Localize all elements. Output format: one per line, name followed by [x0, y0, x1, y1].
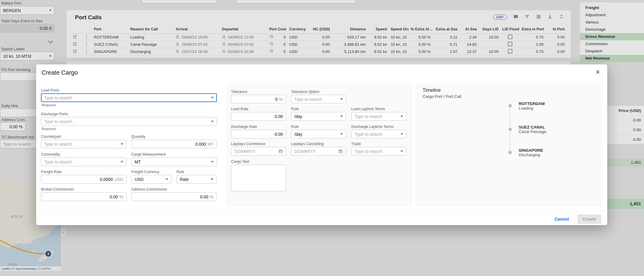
- load-rate-field: Load Rate 0.00: [231, 107, 286, 121]
- quantity-input[interactable]: 0.000 MT: [131, 140, 217, 148]
- load-rate-input[interactable]: 0.00: [231, 112, 286, 121]
- load-rate-label: Load Rate: [231, 107, 286, 111]
- timeline-entry: SINGAPORE Discharging: [519, 148, 543, 157]
- broker-commission-input[interactable]: 0.00 %: [41, 192, 127, 201]
- load-laytime-terms-field: Load Laytime Terms Type to search.: [351, 107, 406, 121]
- load-ports-field: Load Ports Type to search. Required: [41, 88, 217, 107]
- load-ports-label: Load Ports: [41, 88, 217, 92]
- trade-label: Trade: [351, 142, 406, 146]
- tolerance-option-select[interactable]: Type to search.: [291, 95, 346, 104]
- tolerance-input[interactable]: 0 %: [231, 95, 286, 104]
- broker-commission-field: Broker Commission 0.00 %: [41, 187, 127, 201]
- calendar-icon[interactable]: [278, 149, 283, 154]
- required-helper: Required: [41, 127, 217, 131]
- load-laytime-terms-label: Load Laytime Terms: [351, 107, 406, 111]
- commodity-field: Commodity Type to search.: [41, 152, 127, 166]
- discharge-ports-input[interactable]: Type to search.: [41, 117, 217, 126]
- timeline-entry: SUEZ CANAL Canal Passage: [519, 125, 546, 134]
- discharge-laytime-terms-field: Discharge Laytime Terms Type to search.: [351, 125, 406, 138]
- dropdown-arrow-icon: [121, 143, 123, 145]
- freight-rule-select[interactable]: Rate: [177, 175, 217, 184]
- commodity-label: Commodity: [41, 152, 127, 157]
- dropdown-arrow-icon: [166, 178, 168, 180]
- laydays-cancelling-field: Laydays Cancelling DD/MM/YY: [291, 142, 346, 156]
- load-rule-label: Rule: [291, 107, 346, 111]
- discharge-rate-input[interactable]: 0.00: [231, 130, 286, 138]
- freight-currency-field: Freight Currency USD: [131, 170, 171, 184]
- required-helper: Required: [41, 103, 217, 107]
- timeline-title: Timeline: [423, 88, 441, 93]
- create-button[interactable]: Create: [577, 214, 601, 224]
- dropdown-arrow-icon: [401, 150, 403, 152]
- address-commission-label: Address Commission: [131, 187, 217, 191]
- timeline-dot: [508, 128, 512, 131]
- counterpart-field: Counterpart Type to search.: [41, 135, 127, 148]
- cargo-text-input[interactable]: [231, 165, 286, 191]
- timeline-subtitle: Cargo Port / Port Call: [423, 94, 461, 99]
- dropdown-arrow-icon: [211, 97, 214, 98]
- footer-divider: [36, 211, 607, 212]
- address-commission-input[interactable]: 0.00 %: [131, 192, 217, 201]
- trade-select[interactable]: Type to search.: [351, 147, 406, 156]
- trade-field: Trade Type to search.: [351, 142, 406, 156]
- dropdown-arrow-icon: [340, 98, 343, 100]
- application-window: Ballast Port BERGEN Total Days Extra At …: [0, 0, 644, 276]
- timeline-subpanel: Timeline Cargo Port / Port Call ROTTERDA…: [416, 84, 601, 206]
- dropdown-arrow-icon: [211, 121, 214, 122]
- load-rule-field: Rule /day: [291, 107, 346, 121]
- discharge-laytime-terms-label: Discharge Laytime Terms: [351, 125, 406, 129]
- close-icon[interactable]: ×: [596, 68, 600, 76]
- discharge-laytime-terms-select[interactable]: Type to search.: [351, 130, 406, 138]
- dropdown-arrow-icon: [340, 133, 343, 135]
- quantity-label: Quantity: [131, 135, 217, 139]
- discharge-rate-field: Discharge Rate 0.00: [231, 125, 286, 138]
- dropdown-arrow-icon: [401, 116, 403, 117]
- cargo-measurement-select[interactable]: MT: [131, 157, 217, 166]
- cancel-button[interactable]: Cancel: [555, 217, 569, 222]
- terms-subpanel: Tolerance 0 % Tolerance Option Type to s…: [227, 84, 412, 206]
- load-rule-select[interactable]: /day: [291, 112, 346, 121]
- counterpart-label: Counterpart: [41, 135, 127, 139]
- broker-commission-label: Broker Commission: [41, 187, 127, 191]
- timeline-dot: [508, 104, 512, 107]
- create-cargo-dialog: Create Cargo × Load Ports Type to search…: [36, 64, 607, 225]
- discharge-rule-select[interactable]: /day: [291, 130, 346, 138]
- dropdown-arrow-icon: [340, 116, 343, 117]
- laydays-cancelling-input[interactable]: DD/MM/YY: [291, 147, 346, 156]
- quantity-field: Quantity 0.000 MT: [131, 135, 217, 148]
- freight-rate-label: Freight Rate: [41, 170, 127, 174]
- commodity-select[interactable]: Type to search.: [41, 157, 127, 166]
- dropdown-arrow-icon: [121, 161, 123, 163]
- tolerance-field: Tolerance 0 %: [231, 90, 286, 104]
- tolerance-label: Tolerance: [231, 90, 286, 94]
- cargo-text-field: Cargo Text: [231, 160, 286, 191]
- discharge-rule-field: Rule /day: [291, 125, 346, 138]
- counterpart-select[interactable]: Type to search.: [41, 140, 127, 148]
- load-ports-input[interactable]: Type to search.: [41, 93, 217, 102]
- cargo-measurement-field: Cargo Measurement MT: [131, 152, 217, 166]
- calendar-icon[interactable]: [338, 149, 343, 154]
- freight-rule-field: Rule Rate: [177, 170, 217, 184]
- timeline-dot: [508, 151, 512, 154]
- dropdown-arrow-icon: [401, 133, 403, 135]
- dialog-title: Create Cargo: [42, 69, 78, 76]
- laydays-commence-input[interactable]: DD/MM/YY: [231, 147, 286, 156]
- laydays-commence-field: Laydays Commence DD/MM/YY: [231, 142, 286, 156]
- freight-rate-field: Freight Rate 0.0000 USD: [41, 170, 127, 184]
- discharge-rate-label: Discharge Rate: [231, 125, 286, 129]
- discharge-ports-label: Discharge Ports: [41, 112, 217, 116]
- laydays-commence-label: Laydays Commence: [231, 142, 286, 146]
- dropdown-arrow-icon: [211, 178, 213, 180]
- tolerance-option-field: Tolerance Option Type to search.: [291, 90, 346, 104]
- discharge-rule-label: Rule: [291, 125, 346, 129]
- freight-rule-label: Rule: [177, 170, 217, 174]
- discharge-ports-field: Discharge Ports Type to search. Required: [41, 112, 217, 131]
- laydays-cancelling-label: Laydays Cancelling: [291, 142, 346, 146]
- cargo-text-label: Cargo Text: [231, 160, 286, 164]
- freight-currency-select[interactable]: USD: [131, 175, 171, 184]
- freight-rate-input[interactable]: 0.0000 USD: [41, 175, 127, 184]
- load-laytime-terms-select[interactable]: Type to search.: [351, 112, 406, 121]
- tolerance-option-label: Tolerance Option: [291, 90, 346, 94]
- cargo-measurement-label: Cargo Measurement: [131, 152, 217, 157]
- freight-currency-label: Freight Currency: [131, 170, 171, 174]
